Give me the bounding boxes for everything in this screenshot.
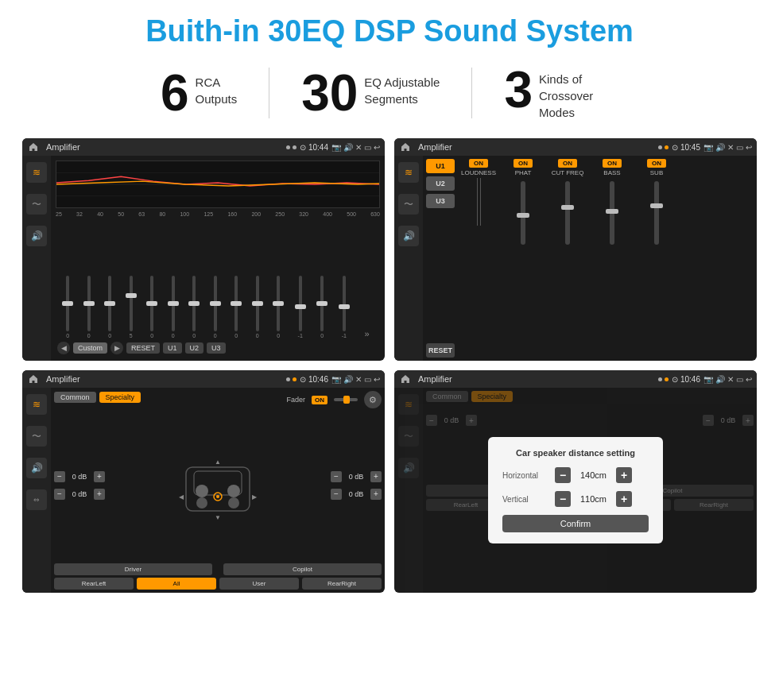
- svg-point-11: [228, 497, 239, 509]
- speaker-icon-btn[interactable]: 🔊: [26, 226, 47, 246]
- prev-btn[interactable]: ◀: [57, 342, 70, 354]
- eq-icon-btn[interactable]: ≋: [26, 162, 47, 183]
- rearright-btn[interactable]: RearRight: [302, 578, 382, 590]
- stat-number-30: 30: [301, 68, 358, 118]
- u2-preset[interactable]: U2: [426, 176, 455, 191]
- ch-loudness: ON LOUDNESS: [458, 159, 499, 358]
- right-controls: − 0 dB + − 0 dB +: [331, 413, 382, 560]
- speaker3-icon: 🔊: [31, 462, 43, 474]
- home-icon-3[interactable]: [27, 373, 40, 385]
- reset-dsp[interactable]: RESET: [426, 343, 455, 358]
- play-btn[interactable]: ▶: [110, 342, 123, 354]
- db1-plus[interactable]: +: [94, 471, 105, 482]
- custom-btn[interactable]: Custom: [73, 342, 107, 354]
- eq-slider-2[interactable]: 0: [87, 276, 91, 338]
- screen2-title: Amplifier: [415, 142, 655, 152]
- common-tab[interactable]: Common: [54, 392, 96, 403]
- db2-plus[interactable]: +: [94, 489, 105, 500]
- screen2-time: ⊙ 10:45: [672, 143, 700, 152]
- home-icon-2[interactable]: [399, 141, 412, 153]
- db-row-2: − 0 dB +: [54, 489, 105, 500]
- db3-minus[interactable]: −: [331, 471, 342, 482]
- eq-slider-11[interactable]: 0: [277, 276, 280, 338]
- confirm-button[interactable]: Confirm: [502, 515, 649, 532]
- eq-slider-6[interactable]: 0: [172, 276, 175, 338]
- screen-crossover: Amplifier ⊙ 10:46 📷 🔊 ✕ ▭ ↩ ≋ 〜: [22, 370, 385, 593]
- specialty-tab[interactable]: Specialty: [99, 392, 141, 403]
- u3-btn-1[interactable]: U3: [207, 342, 226, 354]
- eq3-icon-btn[interactable]: ≋: [26, 394, 47, 415]
- status-bar-4: Amplifier ⊙ 10:46 📷 🔊 ✕ ▭ ↩: [394, 370, 757, 388]
- eq-slider-4[interactable]: 5: [130, 276, 133, 338]
- eq-slider-7[interactable]: 0: [192, 276, 196, 338]
- eq-slider-1[interactable]: 0: [66, 276, 69, 338]
- copilot-btn[interactable]: Copilot: [223, 563, 382, 575]
- home-icon-1[interactable]: [27, 141, 40, 153]
- more-icon[interactable]: »: [364, 329, 369, 338]
- u1-btn-1[interactable]: U1: [163, 342, 182, 354]
- horizontal-label: Horizontal: [502, 471, 550, 480]
- bottom-btns: Driver Copilot: [54, 563, 382, 575]
- ch-bass: ON BASS: [591, 159, 633, 358]
- db4-minus[interactable]: −: [331, 489, 342, 500]
- loudness-label: LOUDNESS: [461, 169, 496, 176]
- eq2-icon: ≋: [405, 167, 413, 178]
- wave2-icon-btn[interactable]: 〜: [398, 194, 419, 215]
- eq-slider-3[interactable]: 0: [108, 276, 111, 338]
- svg-rect-5: [343, 396, 350, 404]
- db2-minus[interactable]: −: [54, 489, 65, 500]
- svg-point-9: [227, 485, 240, 497]
- eq-slider-5[interactable]: 0: [150, 276, 153, 338]
- expand3-icon-btn[interactable]: ⇔: [26, 489, 47, 510]
- eq-slider-8[interactable]: 0: [214, 276, 217, 338]
- vertical-plus[interactable]: +: [616, 491, 632, 507]
- wave-icon-btn[interactable]: 〜: [26, 194, 47, 215]
- stat-number-6: 6: [161, 68, 189, 118]
- vertical-minus[interactable]: −: [555, 491, 571, 507]
- loudness-on[interactable]: ON: [469, 159, 488, 168]
- screen1-content: ≋ 〜 🔊: [22, 156, 385, 361]
- screen1-title: Amplifier: [43, 142, 283, 152]
- eq2-icon-btn[interactable]: ≋: [398, 162, 419, 183]
- screen4-time: ⊙ 10:46: [672, 375, 700, 384]
- home-icon-4[interactable]: [399, 373, 412, 385]
- phat-on[interactable]: ON: [514, 159, 533, 168]
- db1-minus[interactable]: −: [54, 471, 65, 482]
- reset-btn-1[interactable]: RESET: [126, 342, 160, 354]
- wave3-icon-btn[interactable]: 〜: [26, 426, 47, 447]
- eq-slider-13[interactable]: 0: [320, 276, 324, 338]
- eq-slider-10[interactable]: 0: [256, 276, 259, 338]
- svg-text:◀: ◀: [179, 493, 184, 501]
- horizontal-minus[interactable]: −: [555, 467, 571, 483]
- eq-slider-14[interactable]: -1: [342, 276, 347, 338]
- db3-plus[interactable]: +: [370, 471, 382, 482]
- wave2-icon: 〜: [404, 198, 413, 211]
- cutfreq-on[interactable]: ON: [558, 159, 577, 168]
- screen2-content: ≋ 〜 🔊 U1 U2 U3 RESET: [394, 156, 757, 361]
- screen2-sidebar: ≋ 〜 🔊: [394, 156, 423, 361]
- db4-plus[interactable]: +: [370, 489, 382, 500]
- db-row-4: − 0 dB +: [331, 489, 382, 500]
- bass-on[interactable]: ON: [603, 159, 622, 168]
- eq-slider-9[interactable]: 0: [234, 276, 238, 338]
- speaker2-icon-btn[interactable]: 🔊: [398, 226, 419, 246]
- all-btn[interactable]: All: [137, 578, 216, 590]
- u3-preset[interactable]: U3: [426, 194, 455, 208]
- eq-slider-12[interactable]: -1: [298, 276, 303, 338]
- rearleft-btn[interactable]: RearLeft: [54, 578, 134, 590]
- u1-preset[interactable]: U1: [426, 159, 455, 173]
- sub-on[interactable]: ON: [647, 159, 666, 168]
- db4-value: 0 dB: [345, 490, 367, 498]
- distance-dialog: Car speaker distance setting Horizontal …: [488, 437, 663, 543]
- settings-icon-btn[interactable]: ⚙: [364, 391, 382, 408]
- db-row-1: − 0 dB +: [54, 471, 105, 482]
- screen4-title: Amplifier: [415, 374, 655, 384]
- driver-btn[interactable]: Driver: [54, 563, 212, 575]
- u2-btn-1[interactable]: U2: [185, 342, 204, 354]
- fader-on[interactable]: ON: [312, 396, 327, 404]
- horizontal-row: Horizontal − 140cm +: [502, 467, 649, 483]
- stat-text-eq: EQ AdjustableSegments: [364, 68, 440, 107]
- speaker3-icon-btn[interactable]: 🔊: [26, 458, 47, 478]
- user-btn[interactable]: User: [219, 578, 299, 590]
- horizontal-plus[interactable]: +: [616, 467, 632, 483]
